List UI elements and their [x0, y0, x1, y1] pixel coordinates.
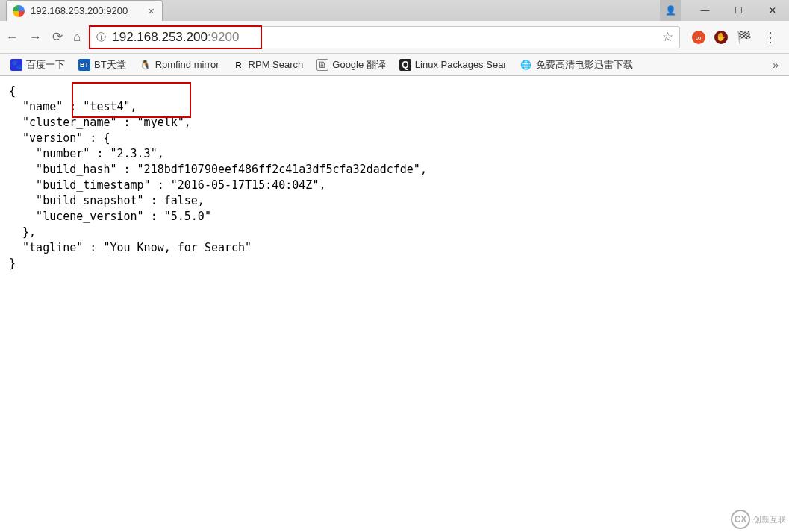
extensions: ∞ ✋ 🏁 ⋮ — [689, 29, 783, 46]
forward-button[interactable]: → — [29, 30, 42, 45]
nav-buttons: ← → ⟳ ⌂ — [6, 29, 81, 45]
bookmark-label: Google 翻译 — [332, 58, 386, 72]
reload-button[interactable]: ⟳ — [52, 29, 63, 45]
extension-1-icon[interactable]: ∞ — [692, 31, 705, 44]
window-maximize-button[interactable]: ☐ — [722, 0, 755, 21]
watermark-text: 创新互联 — [753, 514, 786, 525]
bookmark-bt[interactable]: BT BT天堂 — [74, 58, 131, 72]
bookmark-label: Rpmfind mirror — [155, 59, 219, 70]
bt-icon: BT — [78, 59, 90, 71]
json-line: "build_timestamp" : "2016-05-17T15:40:04… — [9, 178, 325, 192]
window-minimize-button[interactable]: — — [688, 0, 722, 21]
window-controls: 👤 — ☐ ✕ — [660, 0, 789, 21]
tab-title: 192.168.253.200:9200 — [31, 5, 142, 16]
bookmark-rpmfind[interactable]: 🐧 Rpmfind mirror — [135, 59, 224, 71]
bookmark-movie[interactable]: 🌐 免费高清电影迅雷下载 — [516, 58, 637, 72]
bookmark-label: 百度一下 — [26, 58, 65, 72]
watermark: CX 创新互联 — [731, 510, 786, 529]
bookmark-baidu[interactable]: 🐾 百度一下 — [6, 58, 69, 72]
site-info-icon[interactable]: ⓘ — [96, 31, 106, 44]
bookmarks-overflow-icon[interactable]: » — [768, 59, 783, 71]
baidu-icon: 🐾 — [10, 59, 22, 71]
extension-3-icon[interactable]: 🏁 — [737, 30, 752, 44]
chrome-menu-button[interactable]: ⋮ — [761, 29, 780, 46]
page-content: { "name" : "test4", "cluster_name" : "my… — [0, 76, 789, 279]
rpm-icon: R — [233, 59, 245, 71]
url-input[interactable]: 192.168.253.200:9200 — [112, 30, 656, 45]
bookmark-label: 免费高清电影迅雷下载 — [536, 58, 633, 72]
doc-icon: 🗎 — [316, 59, 328, 71]
user-icon[interactable]: 👤 — [660, 0, 681, 21]
json-line: "name" : "test4", — [9, 100, 137, 113]
json-line: "tagline" : "You Know, for Search" — [9, 241, 252, 254]
globe-icon: 🌐 — [520, 59, 532, 71]
window-close-button[interactable]: ✕ — [755, 0, 789, 21]
tab-favicon-icon — [13, 5, 25, 17]
json-line: { — [9, 84, 16, 98]
bookmarks-bar: 🐾 百度一下 BT BT天堂 🐧 Rpmfind mirror R RPM Se… — [0, 54, 789, 76]
toolbar: ← → ⟳ ⌂ ⓘ 192.168.253.200:9200 ☆ ∞ ✋ 🏁 ⋮ — [0, 21, 789, 54]
tab-active[interactable]: 192.168.253.200:9200 × — [6, 0, 163, 21]
bookmark-star-icon[interactable]: ☆ — [662, 29, 673, 45]
json-line: "cluster_name" : "myelk", — [9, 116, 191, 129]
bookmark-google-translate[interactable]: 🗎 Google 翻译 — [312, 58, 390, 72]
home-button[interactable]: ⌂ — [73, 30, 81, 45]
url-host: 192.168.253.200 — [112, 30, 208, 44]
json-line: }, — [9, 225, 36, 239]
json-line: "number" : "2.3.3", — [9, 147, 164, 160]
extension-2-icon[interactable]: ✋ — [714, 31, 728, 44]
bookmark-label: RPM Search — [249, 59, 304, 70]
json-line: } — [9, 257, 16, 270]
json-line: "build_snapshot" : false, — [9, 194, 205, 207]
bookmark-label: BT天堂 — [94, 58, 126, 72]
search-icon: Q — [399, 59, 411, 71]
address-bar[interactable]: ⓘ 192.168.253.200:9200 ☆ — [90, 26, 680, 48]
json-line: "lucene_version" : "5.5.0" — [9, 210, 211, 223]
bookmark-rpmsearch[interactable]: R RPM Search — [228, 59, 308, 71]
url-port: :9200 — [208, 30, 240, 44]
bookmark-linux-pkg[interactable]: Q Linux Packages Sear — [395, 59, 511, 71]
json-line: "version" : { — [9, 131, 110, 145]
watermark-logo-icon: CX — [731, 510, 750, 529]
bookmark-label: Linux Packages Sear — [415, 59, 507, 70]
json-line: "build_hash" : "218bdf10790eef486ff2c41a… — [9, 163, 427, 176]
back-button[interactable]: ← — [6, 30, 19, 45]
tab-close-icon[interactable]: × — [148, 4, 155, 17]
tux-icon: 🐧 — [140, 59, 152, 71]
